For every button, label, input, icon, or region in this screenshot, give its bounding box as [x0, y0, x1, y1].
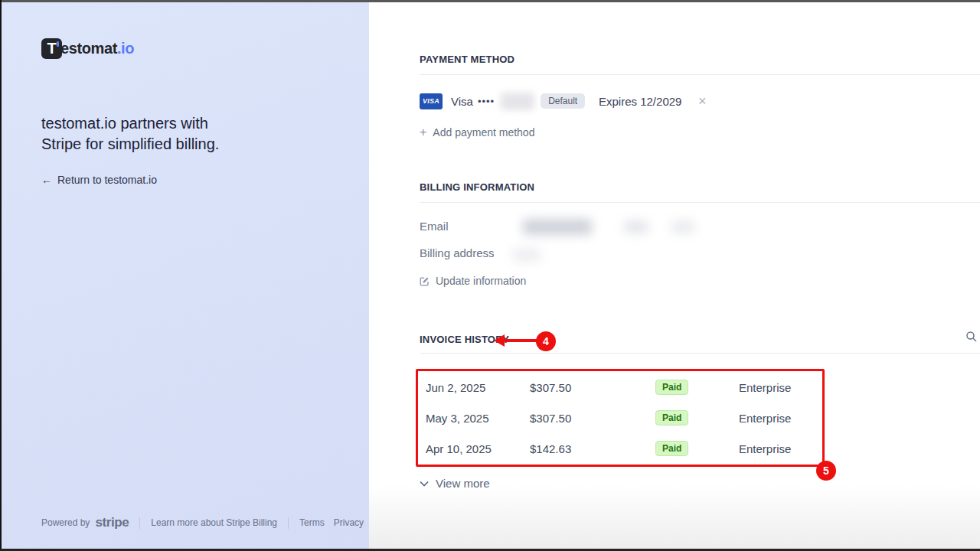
footer-divider: [139, 517, 140, 529]
return-to-testomat-link[interactable]: ← Return to testomat.io: [41, 174, 157, 186]
payment-method-heading: PAYMENT METHOD: [420, 54, 514, 65]
invoice-row[interactable]: Jun 2, 2025 $307.50 Paid Enterprise: [426, 372, 824, 403]
plus-icon: +: [420, 126, 426, 139]
view-more-link[interactable]: View more: [420, 477, 490, 490]
headline-line-1: testomat.io partners with: [41, 115, 208, 132]
invoice-date: Jun 2, 2025: [426, 381, 530, 394]
sidebar: T estomat .io testomat.io partners with …: [0, 0, 369, 551]
billing-information-heading: BILLING INFORMATION: [420, 181, 534, 193]
invoice-status: Paid: [655, 380, 739, 395]
paid-badge: Paid: [655, 410, 688, 425]
terms-link[interactable]: Terms: [299, 517, 325, 528]
invoice-status: Paid: [655, 410, 739, 425]
return-link-label: Return to testomat.io: [57, 174, 157, 186]
payment-card-row: VISA Visa •••• Default Expires 12/2029 ×: [420, 91, 980, 111]
invoice-date: May 3, 2025: [426, 412, 530, 425]
visa-card-icon: VISA: [420, 93, 443, 109]
invoice-date: Apr 10, 2025: [426, 442, 530, 455]
headline-line-2: Stripe for simplified billing.: [41, 135, 219, 152]
redacted-email-value: [624, 220, 648, 233]
partner-headline: testomat.io partners with Stripe for sim…: [41, 113, 302, 155]
invoice-search-button[interactable]: [964, 329, 979, 344]
testomat-logo-icon: T: [41, 38, 62, 59]
section-divider: [420, 202, 980, 203]
email-label: Email: [420, 220, 449, 233]
chevron-down-icon: [420, 481, 429, 487]
left-arrow-icon: ←: [41, 174, 52, 186]
section-divider: [420, 353, 980, 354]
invoice-row[interactable]: Apr 10, 2025 $142.63 Paid Enterprise: [426, 433, 824, 464]
invoice-plan: Enterprise: [739, 442, 791, 455]
powered-by-label: Powered by: [41, 517, 90, 528]
sidebar-footer: Powered by stripe Learn more about Strip…: [41, 515, 364, 530]
card-brand-label: Visa: [451, 95, 473, 108]
update-information-link[interactable]: Update information: [420, 275, 526, 287]
section-divider: [420, 74, 980, 75]
invoice-amount: $307.50: [530, 381, 655, 394]
window-border-top: [0, 0, 980, 2]
logo-domain: .io: [117, 40, 134, 57]
invoice-amount: $142.63: [530, 442, 655, 455]
redacted-address-value: [513, 248, 541, 262]
redacted-email-value: [523, 219, 592, 235]
invoice-status: Paid: [655, 441, 739, 456]
invoice-plan: Enterprise: [739, 381, 791, 394]
paid-badge: Paid: [655, 380, 688, 395]
card-masked-digits: ••••: [478, 96, 495, 107]
window-border-left: [0, 0, 2, 551]
invoice-amount: $307.50: [530, 412, 655, 425]
card-expiry-label: Expires 12/2029: [599, 95, 681, 108]
search-icon: [965, 331, 978, 343]
add-payment-method-label: Add payment method: [433, 126, 534, 139]
learn-more-link[interactable]: Learn more about Stripe Billing: [151, 517, 277, 528]
view-more-label: View more: [436, 477, 490, 490]
billing-portal-main: PAYMENT METHOD VISA Visa •••• Default Ex…: [369, 0, 980, 551]
invoice-row[interactable]: May 3, 2025 $307.50 Paid Enterprise: [426, 403, 824, 433]
invoice-plan: Enterprise: [739, 412, 791, 425]
update-information-label: Update information: [436, 275, 526, 287]
edit-pencil-icon: [420, 276, 430, 286]
default-badge: Default: [541, 93, 585, 109]
logo-name: estomat: [60, 40, 117, 57]
add-payment-method-link[interactable]: + Add payment method: [420, 126, 534, 139]
remove-card-button[interactable]: ×: [698, 94, 707, 108]
footer-divider: [288, 517, 289, 529]
paid-badge: Paid: [655, 441, 688, 456]
invoice-table: Jun 2, 2025 $307.50 Paid Enterprise May …: [426, 372, 824, 464]
redacted-card-digits: [501, 93, 534, 110]
redacted-email-value: [671, 220, 694, 233]
invoice-history-heading: INVOICE HISTORY: [420, 334, 509, 345]
stripe-logo: stripe: [95, 515, 129, 530]
testomat-logo: T estomat .io: [41, 38, 134, 59]
privacy-link[interactable]: Privacy: [334, 517, 364, 528]
billing-address-label: Billing address: [420, 246, 495, 259]
